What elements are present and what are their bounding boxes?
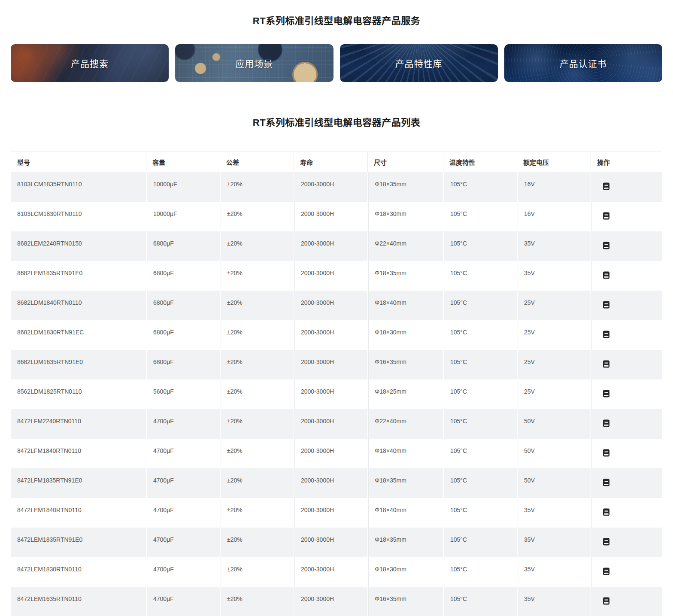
cell-rated-voltage: 16V	[517, 202, 591, 231]
view-detail-button[interactable]	[603, 449, 610, 457]
cell-capacitance: 4700μF	[146, 557, 220, 587]
view-detail-button[interactable]	[603, 271, 610, 279]
notebook-icon	[603, 567, 610, 576]
product-table-body: 8103LCM1835RTN0110 10000μF ±20% 2000-300…	[11, 172, 662, 616]
cell-model: 8472LFM1840RTN0110	[11, 439, 146, 468]
cell-lifetime: 2000-3000H	[294, 409, 367, 439]
cell-action	[591, 528, 662, 557]
cell-lifetime: 2000-3000H	[294, 587, 367, 616]
table-row: 8103LCM1830RTN0110 10000μF ±20% 2000-300…	[11, 202, 662, 231]
cell-lifetime: 2000-3000H	[294, 379, 367, 409]
cell-temperature: 105°C	[443, 468, 517, 498]
notebook-icon	[603, 389, 610, 398]
cell-tolerance: ±20%	[220, 261, 294, 291]
cell-action	[591, 498, 662, 528]
cell-size: Φ18×40mm	[367, 291, 443, 320]
cell-tolerance: ±20%	[220, 350, 294, 379]
view-detail-button[interactable]	[603, 508, 610, 516]
view-detail-button[interactable]	[603, 389, 610, 398]
view-detail-button[interactable]	[603, 212, 610, 220]
table-row: 8682LDM1840RTN0110 6800μF ±20% 2000-3000…	[11, 291, 662, 320]
cell-action	[591, 439, 662, 468]
view-detail-button[interactable]	[603, 597, 610, 605]
notebook-icon	[603, 300, 610, 309]
cell-model: 8472LFM2240RTN0110	[11, 409, 146, 439]
cell-rated-voltage: 25V	[517, 291, 591, 320]
nav-card-label: 应用场景	[235, 57, 273, 70]
nav-card-label: 产品搜索	[71, 57, 109, 70]
cell-rated-voltage: 50V	[517, 468, 591, 498]
col-header-lifetime: 寿命	[294, 152, 367, 172]
table-row: 8472LEM1840RTN0110 4700μF ±20% 2000-3000…	[11, 498, 662, 528]
cell-action	[591, 202, 662, 231]
cell-rated-voltage: 35V	[517, 261, 591, 291]
cell-temperature: 105°C	[443, 439, 517, 468]
table-row: 8472LFM1840RTN0110 4700μF ±20% 2000-3000…	[11, 439, 662, 468]
cell-size: Φ18×30mm	[367, 557, 443, 587]
table-row: 8682LDM1635RTN91E0 6800μF ±20% 2000-3000…	[11, 350, 662, 379]
cell-action	[591, 291, 662, 320]
view-detail-button[interactable]	[603, 537, 610, 546]
table-row: 8682LDM1830RTN91EC 6800μF ±20% 2000-3000…	[11, 320, 662, 350]
notebook-icon	[603, 508, 610, 516]
cell-size: Φ18×35mm	[367, 261, 443, 291]
nav-card-certificates[interactable]: 产品认证书	[504, 44, 662, 82]
cell-temperature: 105°C	[443, 557, 517, 587]
cell-rated-voltage: 50V	[517, 439, 591, 468]
table-row: 8472LFM1835RTN91E0 4700μF ±20% 2000-3000…	[11, 468, 662, 498]
cell-rated-voltage: 50V	[517, 409, 591, 439]
cell-tolerance: ±20%	[220, 320, 294, 350]
view-detail-button[interactable]	[603, 300, 610, 309]
cell-model: 8682LDM1635RTN91E0	[11, 350, 146, 379]
cell-capacitance: 4700μF	[146, 498, 220, 528]
col-header-action: 操作	[591, 152, 662, 172]
cell-capacitance: 10000μF	[146, 172, 220, 202]
cell-action	[591, 379, 662, 409]
cell-size: Φ18×35mm	[367, 468, 443, 498]
cell-lifetime: 2000-3000H	[294, 498, 367, 528]
cell-rated-voltage: 35V	[517, 557, 591, 587]
view-detail-button[interactable]	[603, 241, 610, 250]
cell-size: Φ18×35mm	[367, 528, 443, 557]
page-container: RT系列标准引线型电解电容器产品服务 产品搜索 应用场景 产品特性库 产品认证书…	[11, 0, 662, 616]
service-page-title: RT系列标准引线型电解电容器产品服务	[11, 0, 662, 27]
cell-action	[591, 350, 662, 379]
notebook-icon	[603, 597, 610, 605]
cell-model: 8472LEM1635RTN0110	[11, 587, 146, 616]
cell-model: 8472LFM1835RTN91E0	[11, 468, 146, 498]
view-detail-button[interactable]	[603, 419, 610, 428]
view-detail-button[interactable]	[603, 182, 610, 191]
table-row: 8562LDM1825RTN0110 5600μF ±20% 2000-3000…	[11, 379, 662, 409]
col-header-size: 尺寸	[367, 152, 443, 172]
cell-temperature: 105°C	[443, 172, 517, 202]
nav-card-feature-library[interactable]: 产品特性库	[340, 44, 498, 82]
notebook-icon	[603, 330, 610, 339]
cell-tolerance: ±20%	[220, 409, 294, 439]
cell-size: Φ22×40mm	[367, 409, 443, 439]
cell-capacitance: 4700μF	[146, 439, 220, 468]
cell-size: Φ18×30mm	[367, 202, 443, 231]
view-detail-button[interactable]	[603, 360, 610, 368]
nav-card-label: 产品认证书	[560, 57, 607, 70]
cell-size: Φ16×35mm	[367, 587, 443, 616]
notebook-icon	[603, 449, 610, 457]
cell-lifetime: 2000-3000H	[294, 528, 367, 557]
nav-card-product-search[interactable]: 产品搜索	[11, 44, 169, 82]
nav-card-application-scene[interactable]: 应用场景	[175, 44, 333, 82]
table-row: 8472LEM1830RTN0110 4700μF ±20% 2000-3000…	[11, 557, 662, 587]
cell-model: 8682LDM1830RTN91EC	[11, 320, 146, 350]
cell-model: 8562LDM1825RTN0110	[11, 379, 146, 409]
cell-model: 8472LEM1840RTN0110	[11, 498, 146, 528]
view-detail-button[interactable]	[603, 567, 610, 576]
cell-capacitance: 10000μF	[146, 202, 220, 231]
cell-lifetime: 2000-3000H	[294, 202, 367, 231]
cell-temperature: 105°C	[443, 498, 517, 528]
cell-tolerance: ±20%	[220, 587, 294, 616]
view-detail-button[interactable]	[603, 330, 610, 339]
view-detail-button[interactable]	[603, 478, 610, 487]
cell-action	[591, 468, 662, 498]
cell-model: 8472LEM1835RTN91E0	[11, 528, 146, 557]
cell-capacitance: 4700μF	[146, 468, 220, 498]
cell-lifetime: 2000-3000H	[294, 439, 367, 468]
cell-temperature: 105°C	[443, 291, 517, 320]
